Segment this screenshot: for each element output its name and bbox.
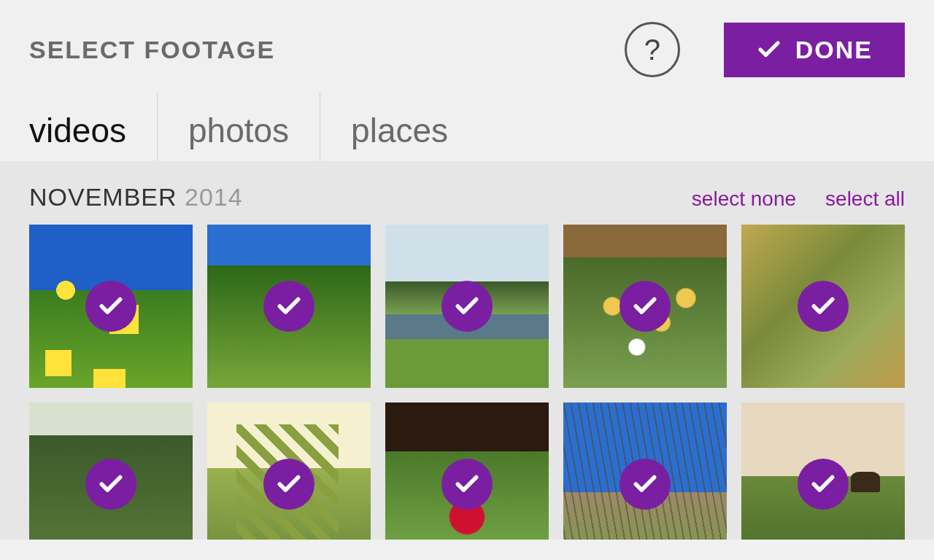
done-button[interactable]: DONE bbox=[724, 23, 905, 77]
selected-badge bbox=[85, 281, 136, 332]
selected-badge bbox=[263, 281, 314, 332]
section-year: 2014 bbox=[185, 183, 243, 211]
tabs: videos photos places bbox=[0, 92, 934, 161]
check-icon bbox=[631, 292, 659, 320]
selected-badge bbox=[620, 281, 671, 332]
thumbnail-item[interactable] bbox=[29, 402, 193, 540]
selected-badge bbox=[441, 281, 493, 332]
thumbnail-item[interactable] bbox=[563, 225, 727, 388]
tab-photos[interactable]: photos bbox=[158, 92, 320, 161]
thumbnail-item[interactable] bbox=[385, 402, 549, 540]
help-button[interactable]: ? bbox=[625, 22, 680, 77]
check-icon bbox=[809, 470, 837, 498]
thumbnail-item[interactable] bbox=[741, 402, 905, 540]
selected-badge bbox=[85, 459, 136, 510]
check-icon bbox=[275, 470, 303, 498]
selected-badge bbox=[798, 281, 849, 332]
select-all-link[interactable]: select all bbox=[825, 187, 905, 211]
check-icon bbox=[453, 292, 481, 320]
thumbnail-item[interactable] bbox=[29, 225, 193, 388]
check-icon bbox=[631, 470, 659, 498]
check-icon bbox=[97, 470, 125, 498]
tab-videos[interactable]: videos bbox=[29, 92, 157, 161]
thumbnail-item[interactable] bbox=[741, 225, 905, 388]
content-area: NOVEMBER 2014 select none select all bbox=[0, 161, 934, 540]
thumbnail-item[interactable] bbox=[385, 225, 549, 388]
check-icon bbox=[275, 292, 303, 320]
select-none-link[interactable]: select none bbox=[692, 187, 796, 211]
thumbnail-item[interactable] bbox=[563, 402, 727, 540]
selected-badge bbox=[798, 459, 849, 510]
tab-places[interactable]: places bbox=[320, 92, 479, 161]
check-icon bbox=[453, 470, 481, 498]
section-header: NOVEMBER 2014 select none select all bbox=[29, 183, 905, 211]
check-icon bbox=[809, 292, 837, 320]
help-icon: ? bbox=[644, 34, 660, 66]
selected-badge bbox=[263, 459, 314, 510]
section-title: NOVEMBER 2014 bbox=[29, 183, 243, 211]
header: SELECT FOOTAGE ? DONE bbox=[0, 0, 934, 92]
section-actions: select none select all bbox=[692, 187, 905, 211]
section-month: NOVEMBER bbox=[29, 183, 177, 211]
check-icon bbox=[97, 292, 125, 320]
done-label: DONE bbox=[795, 36, 873, 64]
thumbnail-item[interactable] bbox=[207, 225, 371, 388]
thumbnail-item[interactable] bbox=[207, 402, 371, 540]
page-title: SELECT FOOTAGE bbox=[29, 36, 625, 64]
selected-badge bbox=[441, 459, 493, 510]
thumbnail-grid bbox=[29, 225, 905, 540]
selected-badge bbox=[620, 459, 671, 510]
check-icon bbox=[756, 36, 782, 63]
